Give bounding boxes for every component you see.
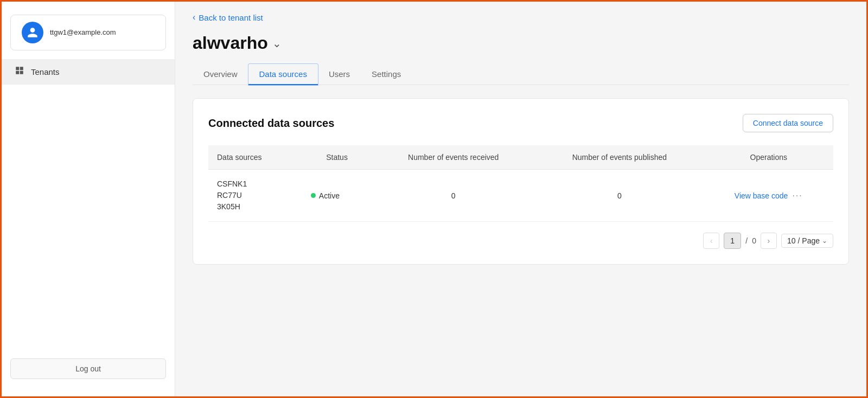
card-header: Connected data sources Connect data sour… [208, 114, 833, 132]
connect-data-source-button[interactable]: Connect data source [743, 114, 833, 132]
pagination-separator: / [745, 236, 748, 245]
tenant-name: alwvarho [193, 33, 268, 53]
tab-data-sources[interactable]: Data sources [248, 64, 318, 85]
card-title: Connected data sources [208, 117, 334, 130]
user-email: ttgw1@example.com [50, 28, 116, 37]
table-row: CSFNK1RC77U3K05H Active 00 View base cod… [208, 170, 833, 222]
tab-settings[interactable]: Settings [361, 64, 412, 85]
page-size-selector[interactable]: 10 / Page ⌄ [781, 234, 833, 248]
sidebar-item-tenants-label: Tenants [31, 67, 60, 76]
cell-operations: View base code ··· [704, 170, 833, 222]
cell-events-received: 0 [372, 170, 535, 222]
back-chevron-icon: ‹ [193, 12, 195, 22]
data-sources-card: Connected data sources Connect data sour… [193, 98, 849, 265]
sidebar-item-tenants[interactable]: Tenants [2, 59, 175, 85]
cell-ds-name: CSFNK1RC77U3K05H [208, 170, 302, 222]
main-content: ‹ Back to tenant list alwvarho ⌄ Overvie… [175, 2, 866, 396]
tab-bar: Overview Data sources Users Settings [193, 64, 849, 85]
page-size-chevron-icon: ⌄ [822, 237, 827, 245]
sidebar: ttgw1@example.com Tenants Log out [2, 2, 175, 396]
tab-overview[interactable]: Overview [193, 64, 248, 85]
logout-button[interactable]: Log out [10, 358, 166, 379]
status-dot [311, 193, 316, 198]
back-to-tenant-list-link[interactable]: ‹ Back to tenant list [193, 12, 849, 22]
pagination-next-button[interactable]: › [761, 233, 777, 249]
page-title: alwvarho ⌄ [193, 33, 849, 53]
page-size-label: / Page [798, 236, 820, 245]
page-size-value: 10 [787, 236, 796, 245]
more-options-button[interactable]: ··· [792, 191, 802, 201]
pagination: ‹ 1 / 0 › 10 / Page ⌄ [208, 233, 833, 249]
avatar [22, 22, 43, 43]
table-header-row: Data sources Status Number of events rec… [208, 145, 833, 170]
view-base-code-link[interactable]: View base code [735, 191, 788, 200]
user-card: ttgw1@example.com [10, 15, 166, 50]
grid-icon [15, 66, 24, 78]
col-header-operations: Operations [704, 145, 833, 170]
pagination-current-page: 1 [724, 233, 741, 249]
cell-status: Active [302, 170, 372, 222]
title-chevron-icon[interactable]: ⌄ [272, 37, 282, 50]
col-header-events-received: Number of events received [372, 145, 535, 170]
tab-users[interactable]: Users [318, 64, 361, 85]
back-label: Back to tenant list [199, 13, 263, 22]
pagination-prev-button[interactable]: ‹ [703, 233, 719, 249]
col-header-name: Data sources [208, 145, 302, 170]
col-header-status: Status [302, 145, 372, 170]
pagination-total: 0 [752, 236, 756, 245]
cell-events-published: 0 [535, 170, 704, 222]
col-header-events-published: Number of events published [535, 145, 704, 170]
data-sources-table: Data sources Status Number of events rec… [208, 145, 833, 222]
status-text: Active [319, 191, 340, 200]
